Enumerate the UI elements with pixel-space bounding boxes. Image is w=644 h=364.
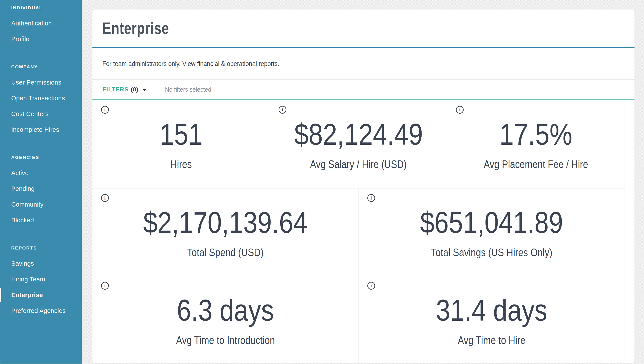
sidebar-item-incomplete-hires[interactable]: Incomplete Hires [0, 122, 82, 138]
sidebar-item-enterprise[interactable]: Enterprise [0, 287, 82, 303]
metric-card-avg-time-to-introduction: i 6.3 days Avg Time to Introduction [92, 276, 359, 363]
metrics-row-3: i 6.3 days Avg Time to Introduction i 31… [92, 276, 625, 363]
metric-value: 31.4 days [436, 295, 547, 326]
metric-card-hires: i 151 Hires [92, 100, 270, 188]
metric-card-avg-placement-fee: i 17.5% Avg Placement Fee / Hire [447, 100, 625, 188]
page-description: For team administrators only. View finan… [102, 60, 279, 68]
sidebar-item-open-transactions[interactable]: Open Transactions [0, 90, 82, 106]
metric-label: Avg Salary / Hire (USD) [310, 159, 407, 170]
metric-value: 151 [160, 119, 202, 150]
page-header: Enterprise [92, 10, 634, 48]
metrics-grid: i 151 Hires i $82,124.49 Avg Salary / Hi… [92, 100, 625, 363]
metric-value: $2,170,139.64 [143, 208, 308, 238]
info-icon[interactable]: i [367, 194, 375, 202]
filters-status: No filters selected [165, 86, 211, 93]
nav-section-agencies: AGENCIES Active Pending Community Blocke… [0, 153, 82, 228]
section-label-agencies: AGENCIES [0, 153, 82, 162]
metric-label: Total Spend (USD) [187, 247, 264, 258]
metric-value: 6.3 days [177, 295, 274, 326]
page-description-row: For team administrators only. View finan… [92, 48, 634, 80]
metric-value: $651,041.89 [420, 208, 563, 238]
metrics-row-1: i 151 Hires i $82,124.49 Avg Salary / Hi… [92, 100, 625, 188]
sidebar-item-preferred-agencies[interactable]: Preferred Agencies [0, 303, 82, 319]
metric-label: Total Savings (US Hires Only) [431, 247, 552, 258]
nav-section-company: COMPANY User Permissions Open Transactio… [0, 62, 82, 138]
sidebar-item-label: Enterprise [11, 292, 43, 298]
sidebar-item-pending[interactable]: Pending [0, 181, 82, 197]
sidebar-item-authentication[interactable]: Authentication [0, 16, 82, 31]
active-item-indicator [0, 288, 1, 302]
nav-section-reports: REPORTS Savings Hiring Team Enterprise P… [0, 244, 82, 319]
section-label-company: COMPANY [0, 62, 82, 71]
nav-list-individual: Authentication Profile [0, 16, 82, 47]
page-title: Enterprise [102, 19, 169, 38]
nav-section-individual: INDIVIDUAL Authentication Profile [0, 4, 82, 47]
filters-label: FILTERS [102, 86, 129, 93]
section-label-individual: INDIVIDUAL [0, 4, 82, 12]
metric-card-avg-time-to-hire: i 31.4 days Avg Time to Hire [359, 276, 625, 363]
info-icon[interactable]: i [367, 282, 375, 290]
main-panel: Enterprise For team administrators only.… [92, 10, 634, 363]
metric-label: Hires [170, 159, 192, 170]
section-label-reports: REPORTS [0, 244, 82, 252]
filters-bar: FILTERS (0) No filters selected [92, 80, 634, 100]
metric-label: Avg Placement Fee / Hire [484, 159, 588, 170]
metric-value: 17.5% [500, 119, 572, 150]
metrics-row-2: i $2,170,139.64 Total Spend (USD) i $651… [92, 188, 625, 276]
sidebar-item-active[interactable]: Active [0, 165, 82, 181]
metric-value: $82,124.49 [294, 119, 423, 150]
info-icon[interactable]: i [101, 282, 109, 290]
sidebar-item-hiring-team[interactable]: Hiring Team [0, 272, 82, 287]
metric-label: Avg Time to Hire [458, 335, 525, 346]
caret-down-icon [142, 89, 147, 92]
info-icon[interactable]: i [279, 106, 286, 114]
info-icon[interactable]: i [456, 106, 464, 114]
nav-list-agencies: Active Pending Community Blocked [0, 165, 82, 228]
metric-card-avg-salary: i $82,124.49 Avg Salary / Hire (USD) [270, 100, 448, 188]
nav-list-reports: Savings Hiring Team Enterprise Preferred… [0, 256, 82, 319]
metric-card-total-spend: i $2,170,139.64 Total Spend (USD) [92, 188, 359, 276]
filters-dropdown[interactable]: FILTERS (0) [102, 86, 147, 93]
filters-count: (0) [131, 86, 138, 93]
sidebar-item-cost-centers[interactable]: Cost Centers [0, 106, 82, 122]
metric-label: Avg Time to Introduction [176, 335, 275, 346]
sidebar-item-blocked[interactable]: Blocked [0, 212, 82, 228]
info-icon[interactable]: i [101, 106, 109, 114]
nav-list-company: User Permissions Open Transactions Cost … [0, 74, 82, 138]
sidebar: INDIVIDUAL Authentication Profile COMPAN… [0, 0, 82, 363]
sidebar-item-savings[interactable]: Savings [0, 256, 82, 272]
sidebar-item-profile[interactable]: Profile [0, 31, 82, 47]
sidebar-item-user-permissions[interactable]: User Permissions [0, 74, 82, 90]
metric-card-total-savings: i $651,041.89 Total Savings (US Hires On… [359, 188, 625, 276]
info-icon[interactable]: i [101, 194, 109, 202]
sidebar-item-community[interactable]: Community [0, 197, 82, 212]
